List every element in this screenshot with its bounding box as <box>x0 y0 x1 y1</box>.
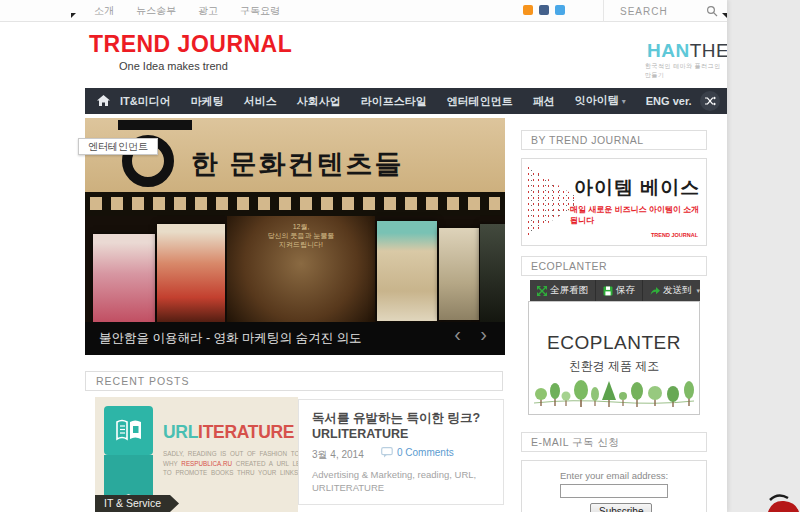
post-title-link[interactable]: 독서를 유발하는 특이한 링크? URLITERATURE <box>312 410 492 442</box>
poster-4 <box>439 228 479 320</box>
poster-2 <box>157 224 225 322</box>
corner-logo-fragment <box>766 492 800 512</box>
main-nav: IT&미디어 마케팅 서비스 사회사업 라이프스타일 엔터테인먼트 패션 잇아이… <box>85 88 727 114</box>
top-menu-ads[interactable]: 광고 <box>198 0 218 22</box>
banner-title: 아이템 베이스 <box>574 175 700 201</box>
nav-item-marketing[interactable]: 마케팅 <box>181 88 234 114</box>
search-icon[interactable] <box>706 5 718 17</box>
trees-illustration <box>532 373 696 409</box>
nav-item-entertainment[interactable]: 엔터테인먼트 <box>437 88 523 114</box>
filmstrip-graphic <box>85 192 505 216</box>
poster-1 <box>93 234 155 322</box>
facebook-icon[interactable] <box>539 5 549 15</box>
share-icon <box>650 286 660 296</box>
rss-icon[interactable] <box>523 5 533 15</box>
random-post-button[interactable] <box>700 91 720 111</box>
hantheme-logo[interactable]: HANTHEME <box>647 40 727 62</box>
corner-marker-left <box>71 13 76 18</box>
sidebar-heading-by-trend-journal: BY TREND JOURNAL <box>521 130 707 150</box>
slide-headline: 한 문화컨텐츠들 <box>191 146 404 182</box>
slide-category-badge[interactable]: 엔터테인먼트 <box>78 138 158 155</box>
twitter-icon[interactable] <box>555 5 565 15</box>
post-tags[interactable]: Advertising & Marketing, reading, URL, U… <box>312 468 494 494</box>
hieut-glyph-bar <box>118 120 192 130</box>
search-input[interactable] <box>620 3 700 19</box>
hantheme-logo-han: HAN <box>647 40 690 61</box>
top-menu-news-submit[interactable]: 뉴스송부 <box>136 0 176 22</box>
chevron-down-icon: ▾ <box>622 97 626 106</box>
recent-posts-heading: RECENT POSTS <box>85 371 503 391</box>
shuffle-icon <box>705 96 716 106</box>
post-date: 3월 4, 2014 <box>312 448 364 462</box>
top-utility-bar: 소개 뉴스송부 광고 구독요령 <box>0 0 727 22</box>
site-tagline: One Idea makes trend <box>119 60 228 72</box>
fullscreen-view-button[interactable]: 全屏看图 <box>530 280 596 301</box>
poster-5 <box>480 224 505 322</box>
top-menu-subscribe-guide[interactable]: 구독요령 <box>240 0 280 22</box>
email-subscribe-widget: Enter your email address: Subscribe <box>521 460 707 512</box>
top-menu-about[interactable]: 소개 <box>94 0 114 22</box>
movie-poster-collage: 12월, 당신의 웃음과 눈물을 지켜드립니다! <box>85 216 505 322</box>
sidebar-heading-email-subscribe: E-MAIL 구독 신청 <box>521 432 707 452</box>
banner-subtitle: 매일 새로운 비즈니스 아이템이 소개됩니다 <box>570 204 706 226</box>
thumbnail-blurb: SADLY, READING IS OUT OF FASHION TODAY. … <box>163 449 298 478</box>
top-menu: 소개 뉴스송부 광고 구독요령 <box>94 0 280 22</box>
site-logo[interactable]: TREND JOURNAL <box>89 31 292 58</box>
post-card: 독서를 유발하는 특이한 링크? URLITERATURE 3월 4, 2014… <box>298 399 504 505</box>
subscribe-button[interactable]: Subscribe <box>590 503 652 512</box>
post-comments-link[interactable]: 0 Comments <box>381 447 454 458</box>
save-icon <box>603 286 613 296</box>
hantheme-logo-theme: THEME <box>690 40 727 61</box>
nav-item-eng-ver[interactable]: ENG ver. <box>636 88 702 114</box>
email-field[interactable] <box>560 484 668 498</box>
post-category-badge[interactable]: IT & Service <box>95 495 179 512</box>
nav-item-it-item[interactable]: 잇아이템▾ <box>565 87 636 115</box>
chevron-down-icon: ▾ <box>697 287 701 295</box>
hantheme-tagline: 한국적인 테마와 플러그인 만들기 <box>645 62 727 80</box>
main-page: 소개 뉴스송부 광고 구독요령 TREND JOURNAL One Idea m… <box>0 0 727 512</box>
social-links <box>523 5 565 15</box>
email-subscribe-label: Enter your email address: <box>522 470 706 481</box>
fullscreen-icon <box>537 286 547 296</box>
sidebar-heading-ecoplanter: ECOPLANTER <box>521 256 707 276</box>
item-base-banner[interactable]: 아이템 베이스 매일 새로운 비즈니스 아이템이 소개됩니다 TREND JOU… <box>521 158 707 246</box>
home-icon[interactable] <box>97 95 110 107</box>
nav-item-it-media[interactable]: IT&미디어 <box>110 88 181 114</box>
comment-bubble-icon <box>381 447 393 458</box>
send-to-button[interactable]: 发送到 ▾ <box>643 280 707 301</box>
search-box <box>603 0 727 22</box>
urliterature-wordmark: URLITERATURE <box>163 422 294 443</box>
slider-prev-button[interactable]: ‹ <box>454 323 461 346</box>
nav-item-lifestyle[interactable]: 라이프스타일 <box>351 88 437 114</box>
image-viewer-toolbar: 全屏看图 保存 发送到 ▾ <box>530 280 700 301</box>
banner-brand: TREND JOURNAL <box>651 232 698 238</box>
book-icon <box>104 406 153 455</box>
ecoplanter-title: ECOPLANTER <box>529 332 699 354</box>
slider-caption-bar: 불안함을 이용해라 - 영화 마케팅의 숨겨진 의도 ‹ › <box>85 322 505 355</box>
post-thumbnail[interactable]: URLITERATURE SADLY, READING IS OUT OF FA… <box>95 397 298 512</box>
nav-item-social-business[interactable]: 사회사업 <box>287 88 351 114</box>
nav-item-fashion[interactable]: 패션 <box>523 88 565 114</box>
corner-marker-right <box>722 13 727 18</box>
ecoplanter-ad[interactable]: ECOPLANTER 친환경 제품 제조 <box>528 301 700 415</box>
poster-3 <box>377 221 437 321</box>
slide-title-link[interactable]: 불안함을 이용해라 - 영화 마케팅의 숨겨진 의도 <box>99 330 362 347</box>
save-image-button[interactable]: 保存 <box>596 280 643 301</box>
slide-image-top: 한 문화컨텐츠들 <box>85 118 505 192</box>
poster-overlay-text: 12월, 당신의 웃음과 눈물을 지켜드립니다! <box>227 222 375 249</box>
slider-next-button[interactable]: › <box>480 323 487 346</box>
dot-cloud-graphic <box>526 165 574 237</box>
nav-item-service[interactable]: 서비스 <box>234 88 287 114</box>
